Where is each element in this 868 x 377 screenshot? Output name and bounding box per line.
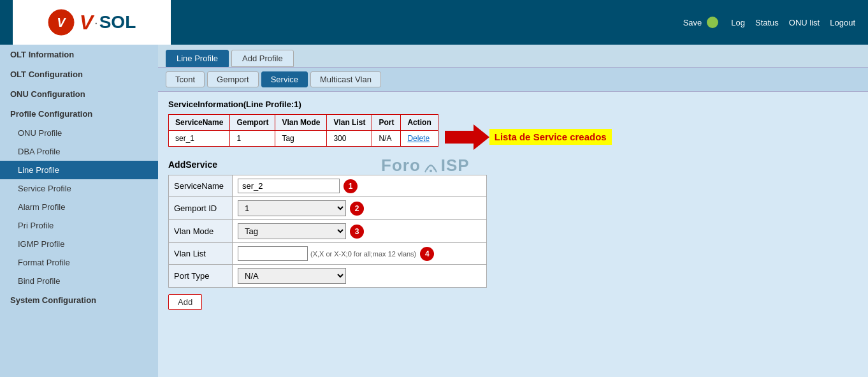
- service-table: ServiceName Gemport Vlan Mode Vlan List …: [168, 114, 438, 147]
- tab-bar-top: Line Profile Add Profile: [158, 45, 868, 68]
- label-vlan-mode: Vlan Mode: [169, 220, 233, 243]
- badge-2: 2: [350, 202, 364, 216]
- add-button[interactable]: Add: [168, 294, 202, 310]
- cell-vlan-mode: Tag: [275, 131, 327, 147]
- col-port: Port: [372, 115, 401, 131]
- sidebar-item-format-profile[interactable]: Format Profile: [0, 253, 158, 272]
- logo-v: V: [80, 11, 93, 34]
- save-area: Save: [683, 17, 719, 28]
- sidebar-item-onu-profile[interactable]: ONU Profile: [0, 124, 158, 142]
- badge-4: 4: [420, 247, 434, 261]
- sub-tab-multicast-vlan[interactable]: Multicast Vlan: [310, 71, 381, 87]
- cell-action: Delete: [401, 131, 438, 147]
- gemport-id-select[interactable]: 1 2 3 4: [238, 200, 346, 216]
- badge-3: 3: [350, 225, 364, 239]
- header: V V · SOL Save Log Status ONU list Logou…: [0, 0, 868, 45]
- logout-link[interactable]: Logout: [830, 18, 855, 27]
- badge-1: 1: [344, 179, 358, 193]
- label-port-type: Port Type: [169, 265, 233, 288]
- input-cell-service-name: 1: [233, 175, 487, 197]
- cell-gemport: 1: [230, 131, 275, 147]
- sidebar-item-olt-information[interactable]: OLT Information: [0, 45, 158, 64]
- sidebar-item-system-configuration[interactable]: System Configuration: [0, 290, 158, 310]
- col-action: Action: [401, 115, 438, 131]
- input-cell-gemport-id: 1 2 3 4 2: [233, 197, 487, 220]
- vlan-mode-select[interactable]: Tag Transparent Untag: [238, 223, 346, 239]
- vsol-logo: V V · SOL: [48, 9, 136, 36]
- sidebar-item-bind-profile[interactable]: Bind Profile: [0, 272, 158, 290]
- header-right: Save Log Status ONU list Logout: [683, 17, 855, 28]
- form-row-port-type: Port Type N/A ETH VEIP: [169, 265, 487, 288]
- status-dot: [707, 17, 718, 28]
- sidebar-item-onu-configuration[interactable]: ONU Configuration: [0, 84, 158, 104]
- col-service-name: ServiceName: [169, 115, 230, 131]
- add-service-title: AddService: [168, 159, 858, 170]
- sidebar-item-igmp-profile[interactable]: IGMP Profile: [0, 235, 158, 253]
- input-cell-port-type: N/A ETH VEIP: [233, 265, 487, 288]
- service-info-title: ServiceInformation(Line Profile:1): [168, 100, 858, 109]
- tab-add-profile[interactable]: Add Profile: [231, 50, 294, 67]
- sidebar-item-dba-profile[interactable]: DBA Profile: [0, 142, 158, 161]
- status-link[interactable]: Status: [755, 18, 779, 27]
- log-link[interactable]: Log: [731, 18, 745, 27]
- service-name-input[interactable]: [238, 179, 340, 193]
- input-cell-vlan-list: (X,X or X-X;0 for all;max 12 vlans) 4: [233, 243, 487, 265]
- sidebar-item-profile-configuration[interactable]: Profile Configuration: [0, 104, 158, 124]
- input-cell-vlan-mode: Tag Transparent Untag 3: [233, 220, 487, 243]
- sub-tab-bar: Tcont Gemport Service Multicast Vlan: [158, 68, 868, 92]
- sidebar-item-alarm-profile[interactable]: Alarm Profile: [0, 198, 158, 216]
- form-row-service-name: ServiceName 1: [169, 175, 487, 197]
- form-row-vlan-mode: Vlan Mode Tag Transparent Untag 3: [169, 220, 487, 243]
- col-vlan-list: Vlan List: [327, 115, 372, 131]
- col-gemport: Gemport: [230, 115, 275, 131]
- main-content: Line Profile Add Profile Tcont Gemport S…: [158, 45, 868, 377]
- label-service-name: ServiceName: [169, 175, 233, 197]
- delete-link[interactable]: Delete: [407, 134, 430, 143]
- vsol-icon: V: [48, 9, 75, 36]
- sidebar-item-pri-profile[interactable]: Pri Profile: [0, 216, 158, 235]
- sub-tab-service[interactable]: Service: [261, 71, 308, 87]
- logo-area: V V · SOL: [13, 0, 171, 45]
- form-row-gemport-id: Gemport ID 1 2 3 4 2: [169, 197, 487, 220]
- col-vlan-mode: Vlan Mode: [275, 115, 327, 131]
- sub-tab-tcont[interactable]: Tcont: [166, 71, 205, 87]
- logo-sol: SOL: [99, 12, 136, 33]
- tab-line-profile[interactable]: Line Profile: [166, 50, 229, 67]
- cell-vlan-list: 300: [327, 131, 372, 147]
- annotation-area: ServiceName Gemport Vlan Mode Vlan List …: [168, 114, 858, 159]
- onu-list-link[interactable]: ONU list: [789, 18, 820, 27]
- logo-dot: ·: [94, 15, 98, 30]
- save-label: Save: [683, 18, 702, 27]
- annotation-label: Lista de Service creados: [489, 129, 612, 145]
- port-type-select[interactable]: N/A ETH VEIP: [238, 268, 346, 284]
- layout: OLT Information OLT Configuration ONU Co…: [0, 45, 868, 377]
- sidebar: OLT Information OLT Configuration ONU Co…: [0, 45, 158, 377]
- svg-marker-3: [445, 124, 489, 150]
- content-area: Foro ISP ServiceInformation(Line Profile…: [158, 92, 868, 318]
- vlan-list-hint: (X,X or X-X;0 for all;max 12 vlans): [310, 250, 416, 258]
- svg-point-2: [430, 170, 432, 172]
- sidebar-item-olt-configuration[interactable]: OLT Configuration: [0, 64, 158, 84]
- label-vlan-list: Vlan List: [169, 243, 233, 265]
- cell-port: N/A: [372, 131, 401, 147]
- form-row-vlan-list: Vlan List (X,X or X-X;0 for all;max 12 v…: [169, 243, 487, 265]
- sidebar-item-service-profile[interactable]: Service Profile: [0, 179, 158, 198]
- sub-tab-gemport[interactable]: Gemport: [207, 71, 259, 87]
- cell-service-name: ser_1: [169, 131, 230, 147]
- add-service-form: ServiceName 1 Gemport ID 1: [168, 175, 487, 288]
- arrow-annotation: Lista de Service creados: [445, 124, 612, 150]
- vlan-list-input[interactable]: [238, 246, 308, 261]
- sidebar-item-line-profile[interactable]: Line Profile: [0, 161, 158, 179]
- label-gemport-id: Gemport ID: [169, 197, 233, 220]
- svg-text:V: V: [57, 15, 66, 29]
- header-nav: Log Status ONU list Logout: [731, 18, 855, 27]
- arrow-icon: [445, 124, 489, 150]
- table-row: ser_1 1 Tag 300 N/A Delete: [169, 131, 438, 147]
